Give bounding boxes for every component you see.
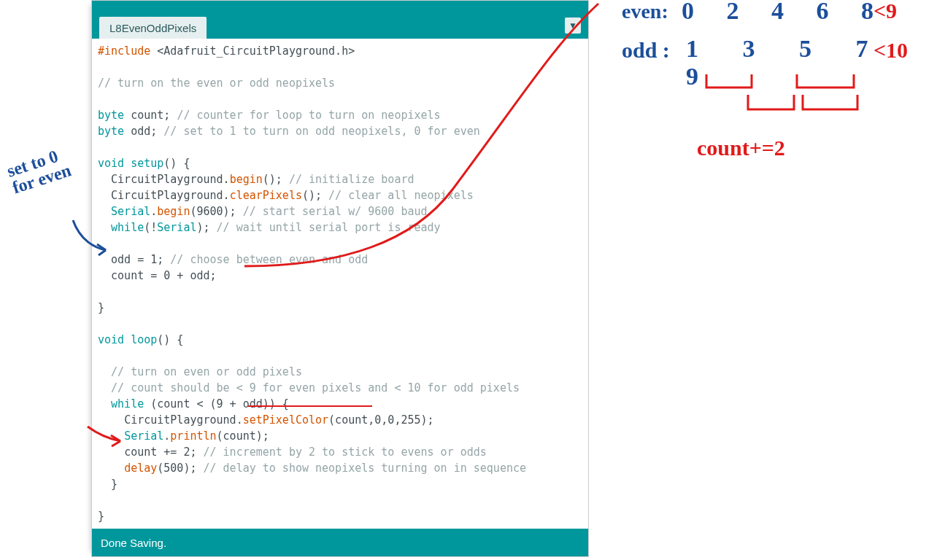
tab-strip: L8EvenOddPixels ▼ bbox=[92, 14, 588, 39]
note-odd-limit: <10 bbox=[874, 38, 908, 63]
note-odd-label: odd : bbox=[622, 38, 670, 63]
note-even-seq: 0 2 4 6 8 bbox=[682, 0, 887, 25]
ide-header-strip bbox=[92, 1, 588, 14]
tab-label: L8EvenOddPixels bbox=[109, 22, 196, 34]
tab-dropdown-icon[interactable]: ▼ bbox=[565, 18, 581, 34]
note-even-limit: <9 bbox=[874, 0, 897, 23]
note-set-to-0: set to 0for even bbox=[5, 144, 74, 196]
arduino-ide-window: L8EvenOddPixels ▼ #include <Adafruit_Cir… bbox=[91, 0, 589, 557]
note-even-label: even: bbox=[622, 0, 668, 23]
stage: L8EvenOddPixels ▼ #include <Adafruit_Cir… bbox=[0, 0, 937, 560]
status-bar: Done Saving. bbox=[92, 529, 588, 556]
underline-while-cond bbox=[248, 405, 372, 407]
tab-sketch[interactable]: L8EvenOddPixels bbox=[99, 17, 207, 39]
status-text: Done Saving. bbox=[101, 537, 166, 549]
code-editor[interactable]: #include <Adafruit_CircuitPlayground.h> … bbox=[92, 39, 588, 529]
note-countplus2: count+=2 bbox=[697, 136, 785, 160]
